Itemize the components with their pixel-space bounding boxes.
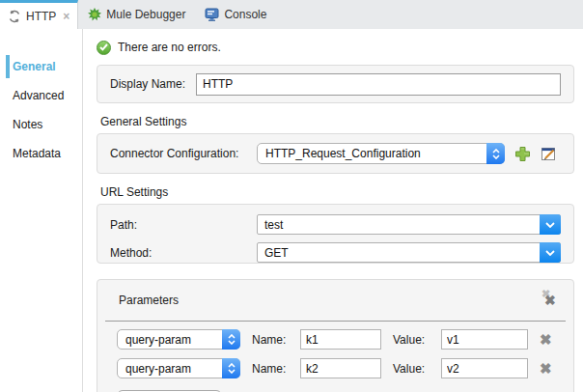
param-value-label: Value:	[393, 362, 435, 376]
delete-parameter-button[interactable]: ✖	[540, 332, 552, 347]
close-icon[interactable]: ×	[63, 10, 69, 23]
chevron-down-icon[interactable]	[540, 242, 561, 263]
param-name-label: Name:	[252, 362, 294, 376]
general-panel: There are no errors. Display Name: Gener…	[83, 29, 583, 392]
sidebar-item-advanced[interactable]: Advanced	[0, 83, 82, 108]
bug-icon	[88, 8, 101, 21]
display-name-group: Display Name:	[97, 65, 574, 103]
tab-mule-debugger[interactable]: Mule Debugger	[78, 0, 195, 29]
parameter-row: query-param Name: Value: ✖	[117, 358, 568, 378]
param-type-select[interactable]: query-param	[117, 358, 240, 378]
url-settings-title: URL Settings	[100, 185, 583, 199]
http-properties-view: HTTP × Mule Debugger	[0, 0, 583, 392]
method-label: Method:	[110, 246, 257, 260]
path-value: test	[264, 218, 283, 232]
path-row: Path: test	[110, 214, 561, 235]
method-row: Method: GET	[110, 242, 561, 263]
parameters-title: Parameters	[119, 294, 179, 307]
chevron-down-icon[interactable]	[540, 214, 561, 235]
param-value-input[interactable]	[441, 329, 528, 350]
delete-parameter-button[interactable]: ✖	[540, 361, 552, 376]
url-settings-group: Path: test Method: GET	[97, 204, 574, 264]
console-icon	[205, 8, 219, 21]
param-type-select[interactable]: query-param	[117, 329, 240, 350]
tab-http[interactable]: HTTP ×	[0, 0, 78, 29]
path-label: Path:	[110, 218, 257, 232]
sidebar-item-metadata[interactable]: Metadata	[0, 141, 82, 166]
method-value: GET	[264, 246, 289, 260]
parameters-header: Parameters ✖ ✖	[103, 280, 568, 321]
display-name-input[interactable]	[196, 73, 561, 96]
properties-sidebar: General Advanced Notes Metadata	[0, 29, 83, 392]
connector-config-select[interactable]: HTTP_Request_Configuration	[257, 143, 505, 164]
general-settings-group: Connector Configuration: HTTP_Request_Co…	[97, 133, 574, 174]
select-stepper-icon	[222, 358, 240, 378]
editor-tab-bar: HTTP × Mule Debugger	[0, 0, 583, 29]
method-select[interactable]: GET	[257, 242, 561, 263]
tab-console[interactable]: Console	[195, 0, 276, 29]
tab-console-label: Console	[224, 8, 266, 21]
tab-debugger-label: Mule Debugger	[106, 8, 185, 21]
validation-status: There are no errors.	[97, 39, 583, 56]
param-value-label: Value:	[393, 333, 435, 347]
edit-config-button[interactable]	[541, 146, 557, 162]
param-value-input[interactable]	[441, 358, 528, 378]
tab-http-label: HTTP	[26, 10, 56, 23]
param-name-input[interactable]	[300, 358, 381, 378]
display-name-label: Display Name:	[110, 77, 185, 91]
clear-all-icon: ✖	[544, 293, 556, 308]
param-type-value: query-param	[125, 333, 191, 347]
flow-icon	[8, 10, 21, 23]
parameter-rows: query-param Name: Value: ✖	[103, 322, 568, 392]
param-name-input[interactable]	[300, 329, 381, 350]
remove-all-parameters-button[interactable]: ✖ ✖	[541, 291, 560, 310]
check-icon	[97, 41, 111, 55]
general-settings-title: General Settings	[100, 115, 583, 128]
add-config-button[interactable]	[514, 146, 531, 162]
param-name-label: Name:	[252, 333, 294, 347]
param-type-value: query-param	[125, 362, 191, 376]
path-input[interactable]: test	[257, 214, 561, 235]
connector-config-label: Connector Configuration:	[110, 147, 257, 160]
sidebar-item-general[interactable]: General	[0, 54, 82, 79]
select-stepper-icon	[222, 329, 240, 350]
status-message: There are no errors.	[118, 41, 221, 54]
parameter-row: query-param Name: Value: ✖	[117, 329, 568, 350]
select-stepper-icon	[486, 143, 505, 164]
connector-config-value: HTTP_Request_Configuration	[265, 147, 421, 160]
parameters-group: Parameters ✖ ✖ query-param	[97, 279, 574, 392]
sidebar-item-notes[interactable]: Notes	[0, 112, 82, 137]
